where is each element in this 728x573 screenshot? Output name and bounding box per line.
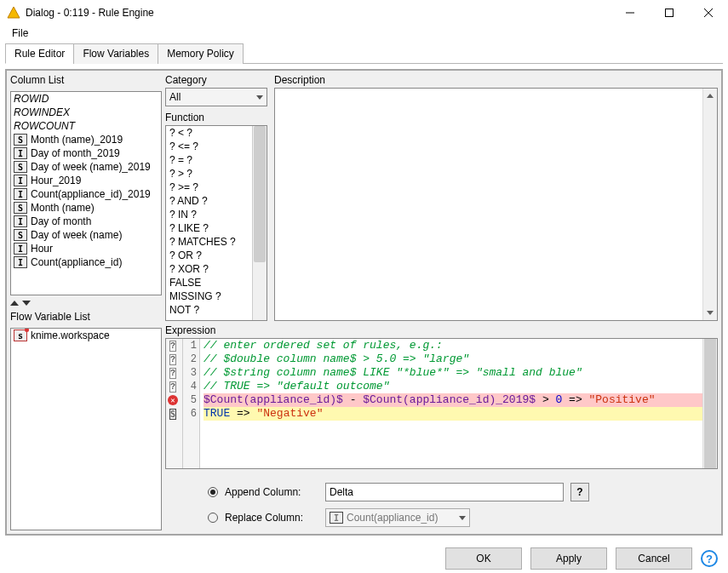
menu-file[interactable]: File bbox=[7, 26, 33, 41]
flow-variable-item[interactable]: sknime.workspace bbox=[11, 329, 161, 342]
flow-variable-list-label: Flow Variable List bbox=[10, 311, 162, 324]
replace-column-label: Replace Column: bbox=[225, 512, 318, 524]
chevron-down-icon bbox=[459, 516, 466, 520]
column-list-item[interactable]: IHour bbox=[11, 242, 161, 255]
expression-label: Expression bbox=[165, 324, 718, 338]
string-type-icon: S bbox=[14, 202, 27, 214]
info-icon: ? bbox=[169, 341, 176, 352]
integer-type-icon: I bbox=[14, 188, 27, 200]
category-select[interactable]: All bbox=[165, 88, 267, 106]
integer-type-icon: I bbox=[14, 215, 27, 227]
column-list-item[interactable]: SDay of week (name) bbox=[11, 228, 161, 242]
main-panel: Column List ROWIDROWINDEXROWCOUNTSMonth … bbox=[5, 69, 723, 536]
window-title: Dialog - 0:119 - Rule Engine bbox=[26, 7, 610, 19]
error-icon: ✕ bbox=[168, 395, 178, 405]
scrollbar[interactable] bbox=[252, 126, 267, 320]
append-column-radio[interactable] bbox=[208, 487, 218, 497]
string-type-icon: S bbox=[14, 161, 27, 173]
close-button[interactable] bbox=[689, 0, 728, 26]
tab-bar: Rule Editor Flow Variables Memory Policy bbox=[5, 43, 723, 64]
expression-editor[interactable]: ? ? ? ? ✕ S 123 456 // enter ordered set… bbox=[165, 338, 718, 469]
description-label: Description bbox=[274, 74, 718, 88]
expand-down-icon bbox=[22, 301, 31, 306]
integer-type-icon: I bbox=[14, 256, 27, 268]
column-list-item[interactable]: SMonth (name) bbox=[11, 201, 161, 215]
flow-variable-list[interactable]: sknime.workspace bbox=[10, 328, 162, 530]
ok-button[interactable]: OK bbox=[445, 547, 522, 570]
string-type-icon: S bbox=[169, 409, 176, 420]
apply-button[interactable]: Apply bbox=[530, 547, 607, 570]
column-list-item[interactable]: SMonth (name)_2019 bbox=[11, 133, 161, 146]
tab-memory-policy[interactable]: Memory Policy bbox=[158, 43, 244, 64]
column-list-item[interactable]: ROWCOUNT bbox=[11, 119, 161, 133]
integer-type-icon: I bbox=[14, 175, 27, 186]
column-list-label: Column List bbox=[10, 74, 162, 88]
scrollbar[interactable] bbox=[702, 89, 717, 320]
integer-type-icon: I bbox=[330, 512, 343, 524]
app-icon bbox=[7, 6, 20, 20]
info-icon: ? bbox=[169, 354, 176, 365]
column-list-item[interactable]: IDay of month bbox=[11, 215, 161, 228]
scroll-up-icon bbox=[707, 94, 714, 98]
integer-type-icon: I bbox=[14, 147, 27, 159]
info-icon: ? bbox=[169, 381, 176, 393]
scroll-down-icon bbox=[707, 311, 714, 315]
expand-up-icon bbox=[10, 301, 19, 306]
flow-variable-icon: s bbox=[14, 329, 27, 341]
append-column-label: Append Column: bbox=[225, 486, 318, 498]
column-list-item[interactable]: IHour_2019 bbox=[11, 174, 161, 187]
dialog-footer: OK Apply Cancel ? bbox=[0, 541, 728, 573]
description-box bbox=[274, 88, 718, 321]
tab-flow-variables[interactable]: Flow Variables bbox=[73, 43, 158, 64]
menubar: File bbox=[0, 26, 728, 43]
replace-column-select: I Count(appliance_id) bbox=[325, 508, 470, 527]
gutter-linenums: 123 456 bbox=[183, 339, 200, 468]
chevron-down-icon bbox=[256, 95, 263, 100]
replace-column-radio[interactable] bbox=[208, 513, 218, 523]
string-type-icon: S bbox=[14, 134, 27, 146]
help-icon[interactable]: ? bbox=[701, 550, 718, 567]
svg-marker-0 bbox=[8, 7, 20, 18]
svg-rect-2 bbox=[666, 9, 674, 17]
column-list-item[interactable]: IDay of month_2019 bbox=[11, 146, 161, 160]
column-list-item[interactable]: ICount(appliance_id)_2019 bbox=[11, 187, 161, 201]
gutter-icons: ? ? ? ? ✕ S bbox=[166, 339, 183, 468]
help-button[interactable]: ? bbox=[570, 483, 589, 501]
code-content[interactable]: // enter ordered set of rules, e.g.: // … bbox=[200, 339, 717, 468]
category-label: Category bbox=[165, 74, 267, 88]
minimize-button[interactable] bbox=[610, 0, 650, 26]
function-label: Function bbox=[165, 112, 267, 125]
column-list-item[interactable]: SDay of week (name)_2019 bbox=[11, 160, 161, 174]
string-type-icon: S bbox=[14, 229, 27, 241]
maximize-button[interactable] bbox=[650, 0, 689, 26]
append-column-input[interactable] bbox=[325, 483, 564, 501]
integer-type-icon: I bbox=[14, 243, 27, 255]
column-list-item[interactable]: ICount(appliance_id) bbox=[11, 255, 161, 269]
splitter-handles[interactable] bbox=[10, 299, 162, 307]
cancel-button[interactable]: Cancel bbox=[616, 547, 692, 570]
column-list-item[interactable]: ROWINDEX bbox=[11, 106, 161, 119]
info-icon: ? bbox=[169, 368, 176, 379]
scrollbar[interactable] bbox=[702, 339, 717, 468]
tab-rule-editor[interactable]: Rule Editor bbox=[5, 43, 74, 64]
column-list[interactable]: ROWIDROWINDEXROWCOUNTSMonth (name)_2019I… bbox=[10, 91, 162, 295]
titlebar: Dialog - 0:119 - Rule Engine bbox=[0, 0, 728, 26]
category-value: All bbox=[169, 91, 181, 103]
function-list[interactable]: ? < ?? <= ?? = ?? > ?? >= ?? AND ?? IN ?… bbox=[165, 125, 267, 321]
column-list-item[interactable]: ROWID bbox=[11, 92, 161, 106]
